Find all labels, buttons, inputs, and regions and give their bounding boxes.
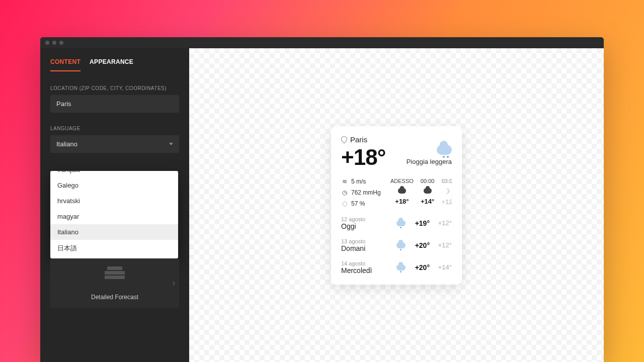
daily-row: 13 agostoDomani +20° +12°: [341, 238, 452, 252]
day-name: Domani: [341, 244, 391, 252]
app-window: CONTENT APPEARANCE LOCATION (ZIP CODE, C…: [40, 37, 604, 362]
language-selected: Italiano: [56, 140, 77, 148]
cloud-icon: [424, 188, 432, 194]
hour-temp: +12: [441, 198, 452, 206]
rain-cloud-icon: [396, 220, 406, 226]
day-date: 13 agosto: [341, 238, 391, 244]
cloud-icon: [398, 188, 406, 194]
day-low: +12°: [435, 219, 452, 227]
chevron-right-icon[interactable]: ›: [173, 279, 175, 288]
day-low: +12°: [435, 241, 452, 249]
language-option-selected[interactable]: Italiano: [50, 224, 178, 240]
language-option[interactable]: français: [50, 171, 178, 177]
widget-temp: +18°: [341, 145, 385, 170]
wind-value: 5 m/s: [351, 178, 366, 185]
rain-cloud-icon: [396, 264, 406, 270]
hour-temp: +14°: [421, 198, 434, 205]
location-label: LOCATION (ZIP CODE, CITY, COORDINATES): [50, 85, 179, 91]
day-name: Mercoledì: [341, 266, 391, 275]
humidity-value: 57 %: [351, 200, 365, 207]
day-date: 14 agosto: [341, 260, 391, 266]
hour-label: 00:00: [421, 178, 435, 184]
humidity-icon: ◌: [341, 200, 348, 207]
day-name: Oggi: [341, 222, 391, 230]
hour-col: 00:00 +14°: [421, 178, 435, 207]
template-caption: Detailed Forecast: [57, 294, 172, 301]
hour-label: ADESSO: [390, 178, 414, 184]
pressure-value: 762 mmHg: [351, 189, 381, 196]
daily-row: 12 agostoOggi +19° +12°: [341, 216, 452, 230]
pin-icon: [340, 135, 349, 144]
hour-col: 03:0 +12: [441, 178, 452, 207]
day-high: +19°: [411, 219, 430, 227]
widget-city: Paris: [350, 135, 367, 144]
day-high: +20°: [411, 263, 430, 272]
language-option[interactable]: magyar: [50, 209, 178, 224]
traffic-light-max[interactable]: [59, 41, 63, 45]
template-thumb-icon: [105, 266, 125, 285]
day-date: 12 agosto: [341, 216, 391, 222]
window-titlebar: [40, 37, 604, 48]
daily-row: 14 agostoMercoledì +20° +14°: [341, 260, 452, 275]
pressure-icon: ◷: [341, 189, 348, 196]
traffic-light-min[interactable]: [52, 41, 56, 45]
rain-cloud-icon: [396, 242, 406, 248]
config-sidebar: CONTENT APPEARANCE LOCATION (ZIP CODE, C…: [40, 48, 189, 362]
day-low: +14°: [435, 263, 452, 271]
location-input[interactable]: [50, 95, 179, 113]
day-high: +20°: [411, 241, 430, 249]
widget-condition: Pioggia leggera: [407, 158, 452, 165]
template-card[interactable]: Detailed Forecast ›: [50, 258, 179, 308]
tab-content[interactable]: CONTENT: [50, 55, 80, 71]
hourly-next-icon[interactable]: ›: [451, 192, 452, 201]
language-dropdown: français Galego hrvatski magyar Italiano…: [50, 171, 178, 258]
language-option[interactable]: Galego: [50, 177, 178, 193]
tab-appearance[interactable]: APPEARANCE: [90, 55, 133, 71]
hour-col: ADESSO +18°: [390, 178, 414, 207]
hour-temp: +18°: [395, 198, 409, 205]
preview-canvas: Paris +18° Pioggia leggera ≋5 m/s ◷762 m…: [189, 48, 604, 362]
hourly-forecast: ADESSO +18° 00:00 +14° 03:0 +12: [390, 178, 452, 207]
hour-label: 03:0: [442, 178, 452, 184]
daily-forecast: 12 agostoOggi +19° +12° 13 agostoDomani …: [341, 216, 452, 275]
moon-icon: [444, 188, 450, 194]
rain-cloud-icon: [437, 145, 452, 155]
chevron-down-icon: [169, 143, 173, 145]
language-option[interactable]: 日本語: [50, 240, 178, 257]
weather-widget: Paris +18° Pioggia leggera ≋5 m/s ◷762 m…: [331, 126, 462, 285]
language-label: LANGUAGE: [50, 126, 179, 131]
wind-icon: ≋: [341, 178, 348, 185]
language-select[interactable]: Italiano: [50, 135, 179, 153]
traffic-light-close[interactable]: [45, 41, 49, 45]
language-option[interactable]: hrvatski: [50, 193, 178, 209]
